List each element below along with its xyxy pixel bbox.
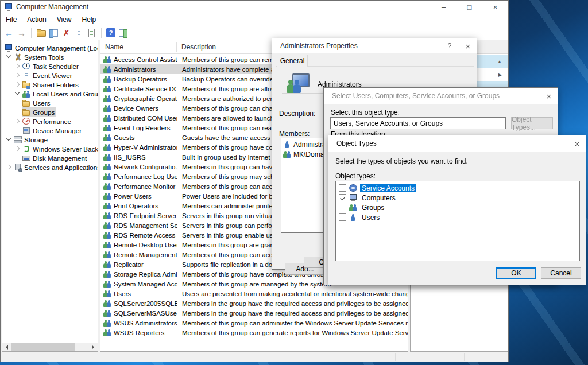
object-type-label: Computers [360,194,397,202]
scroll-up-icon[interactable]: ▲ [497,59,502,64]
chevron-expanded-icon[interactable] [14,90,22,98]
list-row-users[interactable]: UsersUsers are prevented from making acc… [100,289,408,298]
dialog-title-bar[interactable]: Object Types × [328,135,586,152]
object-type-groups[interactable]: Groups [336,203,579,212]
tree-item-task-scheduler[interactable]: Task Scheduler [2,61,98,71]
tree-item-label: Local Users and Groups [33,90,98,98]
menu-view[interactable]: View [52,14,77,25]
scrollbar-thumb[interactable] [11,343,75,351]
tree-horizontal-scrollbar[interactable] [2,343,98,351]
group-name: WSUS Reporters [114,329,164,336]
close-button[interactable]: × [482,1,508,13]
checkbox-users[interactable] [339,213,346,221]
object-type-computers[interactable]: Computers [336,193,579,203]
tab-general[interactable]: General [277,55,308,67]
scroll-left-icon[interactable] [2,343,11,351]
group-name: Performance Log Users [114,173,177,180]
group-icon [103,85,111,92]
column-divider[interactable] [176,42,177,52]
tree-item-local-users-and-groups[interactable]: Local Users and Groups [2,89,98,98]
tree-item-system-tools[interactable]: System Tools [2,52,98,61]
chevron-expanded-icon[interactable] [5,135,13,143]
close-icon[interactable]: × [540,88,558,104]
tree-item-storage[interactable]: Storage [2,135,98,144]
back-icon[interactable]: ← [4,28,14,38]
checkbox-groups[interactable] [339,204,346,211]
action-pane-icon[interactable] [118,28,128,38]
chevron-collapsed-icon[interactable] [14,117,22,125]
tree-item-label: Windows Server Backup [33,145,98,153]
tree-item-device-manager[interactable]: Device Manager [2,126,98,135]
group-name: IIS_IUSRS [114,154,146,161]
close-icon[interactable]: × [568,135,586,152]
dialog-title-bar[interactable]: Select Users, Computers, Service Account… [324,88,558,104]
tree-item-performance[interactable]: Performance [2,117,98,126]
group-name: Storage Replica Admi... [114,271,177,278]
column-header-name[interactable]: Name [105,43,123,51]
object-type-service-accounts[interactable]: Service Accounts [336,183,579,193]
console-window-icon[interactable] [49,28,59,38]
chevron-collapsed-icon[interactable] [14,80,22,88]
group-icon [103,134,111,141]
tree-item-computer-management-local[interactable]: Computer Management (Local) [2,43,98,52]
help-icon[interactable]: ? [106,28,115,37]
maximize-button[interactable]: □ [457,1,482,13]
tree-item-label: Shared Folders [33,81,79,88]
ok-button[interactable]: OK [496,267,536,279]
tree-item-services-and-applications[interactable]: Services and Applications [2,162,98,172]
group-name: WSUS Administrators [114,320,177,327]
up-folder-icon[interactable] [36,28,46,38]
minimize-button[interactable]: – [431,1,457,13]
object-types-button[interactable]: Object Types... [511,117,553,129]
title-bar[interactable]: Computer Management –□× [1,1,508,13]
tools-icon [14,53,22,61]
chevron-collapsed-icon[interactable] [14,145,22,153]
chevron-collapsed-icon[interactable] [14,71,22,79]
list-row-sqlserver2005sqlbro[interactable]: SQLServer2005SQLBro...Members in the gro… [100,298,408,308]
chevron-collapsed-icon[interactable] [14,62,22,70]
list-row-sqlservermsasuser[interactable]: SQLServerMSASUser$...Members in the grou… [100,308,408,318]
toolbar-separator [31,28,32,38]
tree-item-groups[interactable]: Groups [2,107,98,117]
tree-item-disk-management[interactable]: Disk Management [2,153,98,162]
object-type-field[interactable]: Users, Service Accounts, or Groups [330,117,506,129]
group-name: Administrators [114,66,156,73]
menu-file[interactable]: File [1,14,22,25]
folder-icon [22,108,30,116]
checkbox-computers[interactable] [339,194,346,201]
object-types-list[interactable]: Service AccountsComputersGroupsUsers [335,181,580,261]
tree-item-event-viewer[interactable]: Event Viewer [2,71,98,80]
group-name: Cryptographic Operat... [114,95,177,102]
menu-action[interactable]: Action [22,14,51,25]
menu-help[interactable]: Help [77,14,102,25]
forward-icon[interactable]: → [17,28,26,38]
tree-item-users[interactable]: Users [2,98,98,107]
column-header-description[interactable]: Description [181,43,216,51]
group-icon [103,251,111,258]
properties-doc-icon[interactable] [74,28,84,38]
export-list-icon[interactable] [87,28,96,38]
tree-item-shared-folders[interactable]: Shared Folders [2,80,98,89]
list-row-wsus-administrators[interactable]: WSUS AdministratorsMembers of this group… [100,318,408,328]
user-icon [349,213,357,221]
help-icon[interactable]: ? [442,38,457,53]
cancel-button[interactable]: Cancel [541,267,581,279]
delete-icon[interactable]: ✗ [61,28,71,38]
group-name: Users [114,290,131,297]
group-icon [103,280,111,288]
chevron-collapsed-icon[interactable] [5,163,13,171]
group-icon [103,104,111,112]
object-type-users[interactable]: Users [336,212,579,222]
list-row-wsus-reporters[interactable]: WSUS ReportersMembers of this group can … [100,328,408,337]
tree-item-windows-server-backup[interactable]: Windows Server Backup [2,144,98,153]
checkbox-service-accounts[interactable] [339,184,346,192]
scroll-right-icon[interactable] [89,343,98,351]
chevron-expanded-icon[interactable] [5,53,13,61]
dialog-title-bar[interactable]: Administrators Properties ? × [272,38,477,53]
group-icon [103,202,111,209]
sharedfolder-icon [22,81,30,88]
close-icon[interactable]: × [459,38,477,53]
dialog-title: Administrators Properties [280,42,358,50]
more-actions-icon[interactable]: ▶ [498,72,502,77]
tree-item-label: Event Viewer [33,72,72,79]
